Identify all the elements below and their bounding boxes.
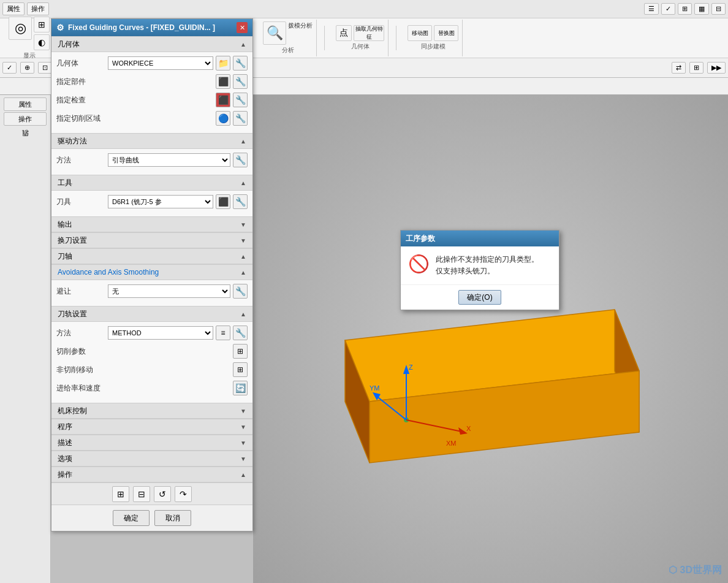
section-avoidance-header[interactable]: Avoidance and Axis Smoothing ▲	[51, 264, 252, 280]
geometry-browse-btn[interactable]: 📁	[216, 56, 230, 70]
section-output-header[interactable]: 输出 ▼	[51, 216, 252, 232]
path-method-btn1[interactable]: ≡	[216, 326, 230, 340]
sidebar-operation[interactable]: 操作	[4, 112, 47, 126]
part-label: 指定部件	[56, 77, 105, 87]
sidebar-attribute[interactable]: 属性	[4, 97, 47, 111]
drive-method-select[interactable]: 引导曲线	[108, 153, 230, 167]
cut-params-btn[interactable]: ⊞	[233, 344, 248, 359]
options-chevron: ▼	[240, 455, 246, 462]
dialog-close-btn[interactable]: ✕	[237, 22, 248, 33]
dialog-title: Fixed Guiding Curves - [FIXED_GUIDIN... …	[68, 23, 233, 32]
output-chevron: ▼	[240, 221, 246, 228]
snap-btn[interactable]: ⊞	[689, 62, 703, 74]
op-btn3[interactable]: ↺	[154, 486, 171, 502]
display-sub1[interactable]: ⊞	[34, 17, 50, 32]
error-ok-btn[interactable]: 确定(O)	[458, 290, 501, 305]
ops-chevron: ▲	[240, 471, 246, 478]
tb-icon-4[interactable]: ▦	[694, 3, 709, 15]
display-btn[interactable]: ◎	[9, 17, 32, 40]
geometry-info-btn[interactable]: 🔧	[233, 56, 248, 70]
tool-btn1[interactable]: ⬛	[216, 194, 230, 209]
section-drive-content: 方法 引导曲线 🔧	[51, 149, 252, 175]
op-btn4[interactable]: ↷	[175, 486, 192, 502]
error-text-block: 此操作不支持指定的刀具类型。 仅支持球头铣刀。	[436, 254, 539, 277]
part-btn1[interactable]: ⬛	[216, 74, 230, 89]
analysis-btn[interactable]: 🔍	[263, 21, 286, 45]
check-btn1[interactable]: ⬛	[216, 93, 230, 107]
cut-params-label: 切削参数	[56, 346, 105, 357]
tb-icon-3[interactable]: ⊞	[678, 3, 692, 15]
move-right-btn[interactable]: ⇄	[672, 62, 686, 74]
operation-menu[interactable]: 操作	[27, 2, 49, 15]
op-btn2[interactable]: ⊟	[133, 486, 150, 502]
section-geometry-header[interactable]: 几何体 ▲	[51, 36, 252, 52]
svg-text:X: X	[466, 425, 471, 432]
tool-select[interactable]: D6R1 (铣刀-5 参	[108, 195, 213, 208]
replace-btn[interactable]: 替换图	[434, 25, 458, 41]
section-tool-label: 工具	[58, 178, 72, 188]
more-btn[interactable]: ▶▶	[707, 62, 726, 74]
section-drive-label: 驱动方法	[58, 136, 87, 147]
avoid-form-row: 避让 无 🔧	[56, 284, 248, 299]
analysis-icons: 🔍 拨模分析	[263, 21, 313, 45]
tool-chevron: ▲	[240, 180, 246, 186]
display-sub2[interactable]: ◐	[34, 34, 50, 50]
error-title-bar: 工序参数	[401, 231, 559, 246]
dialog-action-btns: 确定 取消	[51, 505, 252, 531]
dialog-icon: ⚙	[56, 23, 64, 32]
section-avoidance-content: 避让 无 🔧	[51, 280, 252, 306]
geometry-chevron: ▲	[240, 41, 246, 48]
error-content: 🚫 此操作不支持指定的刀具类型。 仅支持球头铣刀。	[401, 246, 559, 284]
cut-area-btn2[interactable]: 🔧	[233, 111, 248, 126]
filter-btn3[interactable]: ⊡	[38, 62, 52, 74]
tb-icon-2[interactable]: ✓	[661, 3, 675, 15]
svg-line-8	[376, 395, 406, 420]
section-tool-content: 刀具 D6R1 (铣刀-5 参 ⬛ 🔧	[51, 191, 252, 216]
move-btn[interactable]: 移动图	[408, 25, 432, 41]
check-btn2[interactable]: 🔧	[233, 93, 248, 107]
section-options-header[interactable]: 选项 ▼	[51, 451, 252, 467]
section-machine-header[interactable]: 机床控制 ▼	[51, 403, 252, 419]
confirm-btn[interactable]: 确定	[113, 510, 150, 526]
part-btn2[interactable]: 🔧	[233, 74, 248, 89]
non-cut-btn[interactable]: ⊞	[233, 362, 248, 377]
tb-icon-1[interactable]: ☰	[644, 3, 659, 15]
section-drive-header[interactable]: 驱动方法 ▲	[51, 133, 252, 149]
geometry-form-row: 几何体 WORKPIECE 📁 🔧	[56, 56, 248, 70]
dialog-bottom-toolbar: ⊞ ⊟ ↺ ↷	[51, 482, 252, 505]
avoid-select[interactable]: 无	[108, 284, 230, 298]
section-ops-header[interactable]: 操作 ▲	[51, 467, 252, 482]
tb-icon-5[interactable]: ⊟	[711, 3, 726, 15]
tool-btn2[interactable]: 🔧	[233, 194, 248, 209]
geometry-select[interactable]: WORKPIECE	[108, 56, 213, 70]
path-method-select[interactable]: METHOD	[108, 326, 213, 340]
cut-area-btn1[interactable]: 🔵	[216, 111, 230, 126]
avoid-label: 避让	[56, 286, 105, 297]
section-program-header[interactable]: 程序 ▼	[51, 419, 252, 435]
check-form-row: 指定检查 ⬛ 🔧	[56, 93, 248, 107]
path-method-btn2[interactable]: 🔧	[233, 326, 248, 340]
section-tool-header[interactable]: 工具 ▲	[51, 175, 252, 191]
feed-speed-btn[interactable]: 🔄	[233, 381, 248, 395]
drive-method-btn[interactable]: 🔧	[233, 153, 248, 167]
cancel-btn[interactable]: 取消	[154, 510, 191, 526]
section-desc-header[interactable]: 描述 ▼	[51, 435, 252, 451]
filter-btn2[interactable]: ⊕	[20, 62, 34, 74]
dialog-panel: ⚙ Fixed Guiding Curves - [FIXED_GUIDIN..…	[51, 18, 253, 532]
sync-label: 同步建模	[421, 42, 446, 51]
part-form-row: 指定部件 ⬛ 🔧	[56, 74, 248, 89]
coordinate-axes: Z YM XM X	[370, 359, 480, 457]
section-toolchange-header[interactable]: 换刀设置 ▼	[51, 232, 252, 248]
extract-btn[interactable]: 抽取几何特征	[354, 25, 384, 41]
op-btn1[interactable]: ⊞	[112, 486, 129, 502]
attribute-menu[interactable]: 属性	[2, 2, 25, 15]
avoid-btn[interactable]: 🔧	[233, 284, 248, 299]
sep4	[324, 26, 325, 50]
section-axis-header[interactable]: 刀轴 ▲	[51, 248, 252, 264]
path-method-label: 方法	[56, 328, 105, 338]
section-toolchange-label: 换刀设置	[58, 235, 87, 246]
section-path-header[interactable]: 刀轨设置 ▲	[51, 306, 252, 322]
point-btn[interactable]: 点	[336, 25, 352, 41]
filter-btn1[interactable]: ✓	[2, 62, 17, 74]
feed-speed-label: 进给率和速度	[56, 383, 105, 394]
